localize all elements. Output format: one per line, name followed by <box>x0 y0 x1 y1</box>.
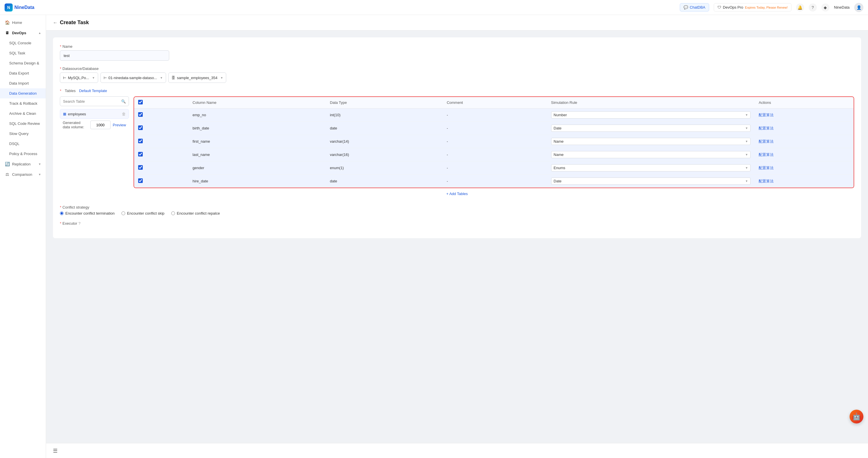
instance-label: 01-ninedata-sample-dataso... <box>108 76 157 80</box>
user-avatar[interactable]: 👤 <box>854 3 863 12</box>
sidebar-item-data-import[interactable]: Data Import <box>0 78 46 88</box>
volume-input[interactable] <box>90 121 111 129</box>
row-checkbox-cell[interactable] <box>134 148 188 161</box>
row-checkbox[interactable] <box>138 112 143 117</box>
mysql-select[interactable]: ⊢ MySQL,Po... ▼ <box>60 72 98 83</box>
chatdba-button[interactable]: 💬 ChatDBA <box>680 3 709 11</box>
devops-button[interactable]: 🛡 DevOps Pro Expires Today, Please Renew… <box>714 3 792 11</box>
tables-layout: 🔍 ▦ employees 🗑 Generated data volume: P… <box>60 96 854 188</box>
mysql-icon: ⊢ <box>63 76 66 80</box>
default-template-link[interactable]: Default Template <box>79 89 107 93</box>
config-algo-link[interactable]: 配置算法 <box>758 166 774 170</box>
row-checkbox-cell[interactable] <box>134 175 188 188</box>
conflict-replace-radio[interactable] <box>171 211 175 215</box>
col-comment: - <box>443 161 547 175</box>
logo-text: NineData <box>14 5 34 10</box>
help-icon[interactable]: ? <box>809 3 817 11</box>
row-checkbox-cell[interactable] <box>134 135 188 148</box>
config-algo-link[interactable]: 配置算法 <box>758 179 774 183</box>
chevron-down-icon: ▼ <box>745 153 748 156</box>
sidebar-item-data-generation[interactable]: Data Generation <box>0 88 46 98</box>
database-select[interactable]: 🗄 sample_employees_354 ▼ <box>168 72 226 83</box>
sidebar-item-sql-console[interactable]: SQL Console <box>0 38 46 48</box>
table-list-item[interactable]: ▦ employees 🗑 <box>60 109 129 119</box>
ninedata-label[interactable]: NineData <box>834 5 849 9</box>
tables-label: Tables <box>65 89 76 93</box>
devops-tag: Expires Today, Please Renew! <box>745 6 788 9</box>
col-name: hire_date <box>188 175 326 188</box>
brand-icon[interactable]: ◆ <box>822 3 830 11</box>
config-algo-link[interactable]: 配置算法 <box>758 113 774 117</box>
logo[interactable]: N NineData <box>5 3 34 11</box>
col-comment: - <box>443 135 547 148</box>
float-avatar[interactable]: 🤖 <box>849 410 863 423</box>
row-checkbox-cell[interactable] <box>134 161 188 175</box>
config-algo-link[interactable]: 配置算法 <box>758 153 774 157</box>
col-rule-cell: Number ▼ <box>547 108 755 122</box>
row-checkbox[interactable] <box>138 152 143 157</box>
conflict-replace-label: Encounter conflict repalce <box>177 211 220 216</box>
notification-icon[interactable]: 🔔 <box>796 3 804 11</box>
rule-label: Name <box>554 139 564 143</box>
select-all-checkbox[interactable] <box>138 100 143 104</box>
sidebar-item-comparison[interactable]: ⚖ Comparison ▼ <box>0 169 46 179</box>
sim-rule-select[interactable]: Enums ▼ <box>551 164 751 171</box>
table-icon: ▦ <box>63 112 66 116</box>
back-button[interactable]: ← <box>53 20 58 25</box>
conflict-replace[interactable]: Encounter conflict repalce <box>171 211 220 216</box>
search-box[interactable]: 🔍 <box>60 96 129 106</box>
table-row: gender enum(1) - Enums ▼ 配置算法 <box>134 161 854 175</box>
row-checkbox[interactable] <box>138 125 143 130</box>
col-action: 配置算法 <box>754 122 854 135</box>
table-header-row: Column Name Data Type Comment Simulation… <box>134 97 854 108</box>
sidebar-item-schema-design[interactable]: Schema Design & <box>0 58 46 68</box>
header-right: 💬 ChatDBA 🛡 DevOps Pro Expires Today, Pl… <box>680 3 863 12</box>
sidebar-item-label: Comparison <box>12 172 32 177</box>
row-checkbox[interactable] <box>138 178 143 183</box>
sidebar-item-track-rollback[interactable]: Track & Rollback <box>0 98 46 108</box>
preview-button[interactable]: Preview <box>113 123 126 127</box>
sidebar-item-policy-process[interactable]: Policy & Process <box>0 149 46 159</box>
sim-rule-select[interactable]: Name ▼ <box>551 138 751 145</box>
executor-help-icon[interactable]: ? <box>78 221 80 226</box>
config-algo-link[interactable]: 配置算法 <box>758 126 774 130</box>
column-table-wrap: Column Name Data Type Comment Simulation… <box>133 96 854 188</box>
row-checkbox-cell[interactable] <box>134 108 188 122</box>
add-tables-button[interactable]: + Add Tables <box>60 188 854 199</box>
sidebar-item-slow-query[interactable]: Slow Query <box>0 129 46 139</box>
sim-rule-select[interactable]: Name ▼ <box>551 151 751 158</box>
row-checkbox[interactable] <box>138 139 143 143</box>
row-checkbox-cell[interactable] <box>134 122 188 135</box>
instance-select[interactable]: ⊢ 01-ninedata-sample-dataso... ▼ <box>100 72 166 83</box>
sidebar-item-dsql[interactable]: DSQL <box>0 139 46 149</box>
name-label: * Name <box>60 44 854 48</box>
float-avatar-icon: 🤖 <box>852 413 861 421</box>
replication-icon: 🔄 <box>5 162 10 166</box>
sidebar-item-devops[interactable]: 🖥 DevOps ▲ <box>0 28 46 38</box>
sidebar-item-home[interactable]: 🏠 Home <box>0 17 46 28</box>
sidebar-item-data-export[interactable]: Data Export <box>0 68 46 78</box>
chevron-down-icon: ▼ <box>92 76 95 79</box>
sim-rule-select[interactable]: Date ▼ <box>551 125 751 132</box>
sidebar-item-replication[interactable]: 🔄 Replication ▼ <box>0 159 46 169</box>
conflict-termination[interactable]: Encounter conflict termination <box>60 211 115 216</box>
chatdba-icon: 💬 <box>684 5 688 9</box>
rule-label: Enums <box>554 166 565 170</box>
menu-icon[interactable]: ☰ <box>53 448 58 454</box>
delete-table-icon[interactable]: 🗑 <box>122 111 126 116</box>
sidebar-item-archive-clean[interactable]: Archive & Clean <box>0 108 46 119</box>
config-algo-link[interactable]: 配置算法 <box>758 139 774 143</box>
search-input[interactable] <box>63 99 121 104</box>
sidebar-item-sql-code-review[interactable]: SQL Code Review <box>0 119 46 129</box>
name-input[interactable] <box>60 50 169 61</box>
datasource-selects: ⊢ MySQL,Po... ▼ ⊢ 01-ninedata-sample-dat… <box>60 72 854 83</box>
sim-rule-select[interactable]: Date ▼ <box>551 177 751 185</box>
search-icon: 🔍 <box>121 99 126 104</box>
conflict-skip-radio[interactable] <box>121 211 125 215</box>
sidebar-item-sql-task[interactable]: SQL Task <box>0 48 46 58</box>
conflict-termination-radio[interactable] <box>60 211 64 215</box>
sim-rule-select[interactable]: Number ▼ <box>551 111 751 119</box>
conflict-skip[interactable]: Encounter conflict skip <box>121 211 164 216</box>
row-checkbox[interactable] <box>138 165 143 170</box>
sidebar-item-label: Policy & Process <box>9 152 37 156</box>
